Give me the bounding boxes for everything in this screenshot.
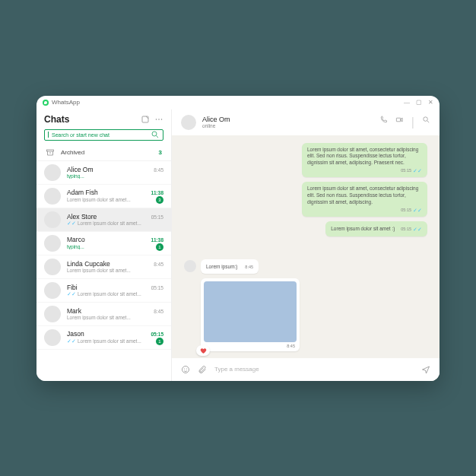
avatar bbox=[44, 188, 61, 205]
message-out[interactable]: Lorem ipsum dolor sit amet :) 05:15✓✓ bbox=[325, 221, 427, 236]
chat-time: 05:15 bbox=[151, 285, 163, 290]
svg-rect-6 bbox=[396, 118, 401, 122]
read-checks-icon: ✓✓ bbox=[67, 291, 76, 297]
reaction-heart-icon[interactable] bbox=[196, 345, 210, 356]
avatar bbox=[44, 282, 61, 299]
chat-preview: typing... bbox=[67, 244, 154, 249]
unread-badge: 1 bbox=[156, 338, 163, 345]
read-checks-icon: ✓✓ bbox=[413, 208, 422, 213]
image-attachment[interactable] bbox=[204, 281, 297, 342]
message-text: Lorem ipsum dolor sit amet :) bbox=[331, 226, 395, 231]
attach-icon[interactable] bbox=[198, 365, 207, 374]
chat-name: Linda Cupcake bbox=[67, 260, 154, 268]
sidebar-header: Chats bbox=[36, 109, 171, 129]
composer: Type a message bbox=[172, 358, 440, 381]
chat-item[interactable]: Marco11:38typing...1 bbox=[36, 232, 171, 255]
archive-icon bbox=[46, 148, 55, 157]
search-input[interactable] bbox=[44, 129, 163, 141]
send-icon[interactable] bbox=[421, 365, 430, 374]
app-name: WhatsApp bbox=[52, 99, 80, 106]
window-controls: — ▢ ✕ bbox=[404, 99, 433, 106]
maximize-button[interactable]: ▢ bbox=[416, 99, 422, 106]
archived-row[interactable]: Archived 3 bbox=[36, 145, 171, 161]
minimize-button[interactable]: — bbox=[404, 99, 410, 106]
message-time: 8:45 bbox=[245, 265, 253, 270]
svg-rect-5 bbox=[47, 150, 54, 151]
message-out[interactable]: Lorem ipsum dolor sit amet, consectetur … bbox=[302, 182, 427, 217]
sidebar: Chats Archived 3 Alice Om8:45typing...Ad… bbox=[36, 109, 172, 381]
svg-point-1 bbox=[156, 119, 157, 120]
message-text: Lorem ipsum:) bbox=[206, 264, 238, 269]
emoji-icon[interactable] bbox=[181, 365, 190, 374]
svg-point-3 bbox=[161, 119, 163, 120]
avatar bbox=[44, 211, 61, 228]
chat-item[interactable]: Adam Fish11:38Lorem ipsum dolor sit amet… bbox=[36, 185, 171, 208]
chat-name: Mark bbox=[67, 307, 154, 315]
chat-preview: Lorem ipsum dolor sit amet... bbox=[78, 338, 154, 344]
chat-item[interactable]: Mark8:45Lorem ipsum dolor sit amet... bbox=[36, 303, 171, 326]
svg-point-7 bbox=[424, 116, 428, 121]
chat-preview: typing... bbox=[67, 173, 163, 179]
chat-time: 8:45 bbox=[154, 309, 163, 314]
unread-badge: 3 bbox=[156, 196, 163, 204]
search-icon bbox=[151, 130, 160, 139]
sidebar-title: Chats bbox=[44, 114, 136, 125]
archived-label: Archived bbox=[61, 149, 84, 156]
voice-call-icon[interactable] bbox=[379, 116, 388, 124]
conversation-status: online bbox=[202, 123, 373, 129]
read-checks-icon: ✓✓ bbox=[413, 168, 422, 173]
message-list[interactable]: Lorem ipsum dolor sit amet, consectetur … bbox=[172, 135, 440, 358]
close-button[interactable]: ✕ bbox=[428, 99, 433, 106]
chat-time: 11:38 bbox=[151, 237, 163, 243]
chat-name: Adam Fish bbox=[67, 189, 151, 196]
svg-point-4 bbox=[152, 132, 157, 136]
message-text: Lorem ipsum dolor sit amet, consectetur … bbox=[307, 147, 418, 166]
svg-rect-0 bbox=[142, 116, 148, 122]
avatar bbox=[44, 329, 61, 346]
read-checks-icon: ✓✓ bbox=[413, 227, 422, 232]
message-time: 8:45 bbox=[287, 344, 295, 348]
chat-item[interactable]: Alex Store05:15✓✓Lorem ipsum dolor sit a… bbox=[36, 208, 171, 232]
chat-item[interactable]: Fibi05:15✓✓Lorem ipsum dolor sit amet... bbox=[36, 279, 171, 303]
chat-name: Alex Store bbox=[67, 213, 151, 221]
chat-item[interactable]: Alice Om8:45typing... bbox=[36, 161, 171, 185]
message-out[interactable]: Lorem ipsum dolor sit amet, consectetur … bbox=[302, 143, 427, 178]
read-checks-icon: ✓✓ bbox=[67, 221, 76, 226]
conversation-panel: Alice Om online | Lorem ipsum dolor sit … bbox=[172, 109, 440, 381]
message-time: 05:15 bbox=[401, 227, 411, 232]
svg-point-9 bbox=[184, 368, 185, 369]
chat-item[interactable]: Linda Cupcake8:45Lorem ipsum dolor sit a… bbox=[36, 255, 171, 279]
avatar bbox=[44, 259, 61, 275]
video-call-icon[interactable] bbox=[395, 116, 404, 124]
chat-time: 05:15 bbox=[151, 214, 163, 220]
search-field[interactable] bbox=[52, 132, 148, 138]
message-time: 05:15 bbox=[401, 168, 411, 173]
titlebar: WhatsApp — ▢ ✕ bbox=[36, 96, 440, 109]
chat-time: 11:38 bbox=[151, 190, 163, 195]
svg-point-10 bbox=[186, 368, 187, 369]
message-input[interactable]: Type a message bbox=[214, 366, 414, 373]
app-window: WhatsApp — ▢ ✕ Chats bbox=[36, 96, 440, 381]
chat-time: 8:45 bbox=[154, 262, 163, 267]
avatar bbox=[44, 235, 61, 252]
svg-point-8 bbox=[182, 366, 189, 373]
search-in-chat-icon[interactable] bbox=[422, 116, 430, 124]
chat-item[interactable]: Jason05:15✓✓Lorem ipsum dolor sit amet..… bbox=[36, 326, 171, 350]
new-chat-icon[interactable] bbox=[141, 115, 150, 124]
avatar[interactable] bbox=[181, 115, 196, 130]
whatsapp-logo-icon bbox=[43, 100, 49, 106]
message-time: 05:15 bbox=[401, 208, 411, 213]
read-checks-icon: ✓✓ bbox=[67, 338, 76, 344]
message-in[interactable]: Lorem ipsum:) 8:45 bbox=[201, 259, 259, 274]
menu-icon[interactable] bbox=[154, 115, 163, 124]
message-image[interactable]: 8:45 bbox=[201, 278, 300, 351]
chat-time: 8:45 bbox=[154, 167, 163, 173]
avatar bbox=[184, 260, 196, 272]
chat-preview: Lorem ipsum dolor sit amet... bbox=[67, 197, 154, 202]
chat-preview: Lorem ipsum dolor sit amet... bbox=[78, 291, 163, 297]
chat-name: Marco bbox=[67, 236, 151, 243]
chat-list[interactable]: Alice Om8:45typing...Adam Fish11:38Lorem… bbox=[36, 161, 171, 381]
svg-point-2 bbox=[158, 119, 160, 120]
chat-preview: Lorem ipsum dolor sit amet... bbox=[67, 268, 163, 273]
conversation-name: Alice Om bbox=[202, 116, 373, 123]
